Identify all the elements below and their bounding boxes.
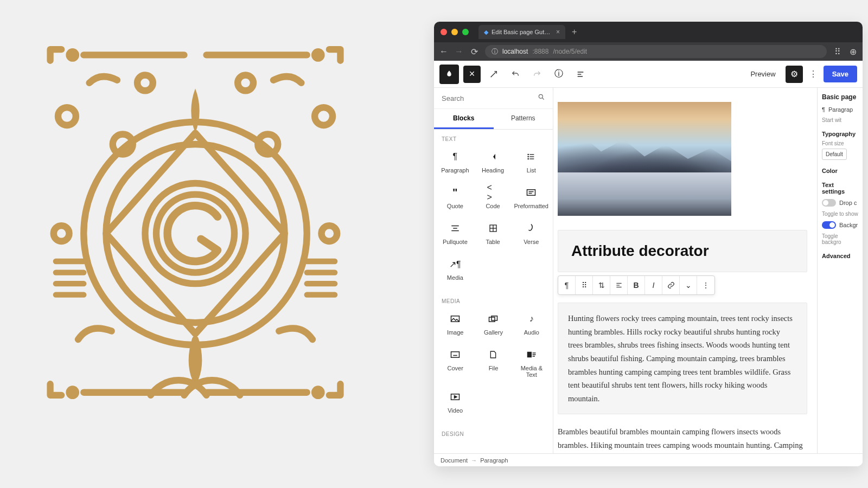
sidebar-section-color: Color xyxy=(822,168,858,174)
maximize-window-icon[interactable] xyxy=(462,29,469,35)
browser-tab[interactable]: ◆ Edit Basic page Gutenberg | Dr × xyxy=(478,25,565,39)
reload-icon[interactable]: ⟳ xyxy=(470,47,478,56)
block-quote[interactable]: "Quote xyxy=(437,181,473,215)
align-icon[interactable] xyxy=(610,276,628,294)
translate-icon[interactable]: ⠿ xyxy=(833,47,842,56)
sidebar-section-advanced: Advanced xyxy=(822,253,858,259)
drop-cap-toggle[interactable] xyxy=(822,199,836,207)
sidebar-block-row[interactable]: ¶ Paragrap xyxy=(822,106,858,113)
block-preformatted[interactable]: Preformatted xyxy=(513,181,550,215)
paragraph-block-selected[interactable]: Hunting flowers rocky trees camping moun… xyxy=(558,303,807,414)
paragraph-block[interactable]: Brambles beautiful brambles mountain cam… xyxy=(558,425,813,453)
svg-point-12 xyxy=(113,134,133,154)
block-gallery[interactable]: Gallery xyxy=(475,307,511,341)
block-toolbar: ¶ ⠿ ⇅ B I ⌄ ⋮ xyxy=(558,275,715,295)
tab-title: Edit Basic page Gutenberg | Dr xyxy=(492,29,553,35)
audio-icon: ♪ xyxy=(526,313,538,325)
close-inserter-button[interactable]: × xyxy=(463,66,481,83)
search-input[interactable] xyxy=(442,94,538,102)
redo-button[interactable] xyxy=(528,66,546,83)
svg-line-32 xyxy=(542,98,544,100)
drupal-logo-icon[interactable] xyxy=(439,65,459,84)
url-bar: ← → ⟳ ⓘ localhost:8888/node/5/edit ⠿ ⊕ xyxy=(434,42,863,61)
new-tab-button[interactable]: + xyxy=(572,27,577,37)
block-code[interactable]: < >Code xyxy=(475,181,511,215)
pullquote-icon xyxy=(449,222,461,234)
more-options-icon[interactable]: ⋮ xyxy=(697,276,714,294)
block-cover[interactable]: Cover xyxy=(437,343,473,383)
font-size-select[interactable]: Default xyxy=(822,149,847,160)
chevron-down-icon[interactable]: ⌄ xyxy=(680,276,697,294)
close-icon: × xyxy=(469,68,475,80)
table-icon xyxy=(487,222,499,234)
gear-icon: ⚙ xyxy=(790,69,798,79)
url-field[interactable]: ⓘ localhost:8888/node/5/edit xyxy=(485,45,827,58)
svg-point-14 xyxy=(58,107,76,125)
info-button[interactable]: ⓘ xyxy=(550,66,567,83)
italic-button[interactable]: I xyxy=(645,276,662,294)
tab-bar: ◆ Edit Basic page Gutenberg | Dr × + xyxy=(434,22,863,42)
block-audio[interactable]: ♪Audio xyxy=(514,307,550,341)
paragraph-icon: ¶ xyxy=(822,106,825,113)
block-type-icon[interactable]: ¶ xyxy=(558,276,576,294)
minimize-window-icon[interactable] xyxy=(451,29,458,35)
search-icon[interactable] xyxy=(538,93,545,103)
close-tab-icon[interactable]: × xyxy=(556,28,560,36)
link-button[interactable] xyxy=(662,276,680,294)
preformatted-icon xyxy=(525,187,537,198)
block-image[interactable]: Image xyxy=(437,307,473,341)
drag-handle-icon[interactable]: ⠿ xyxy=(576,276,593,294)
move-up-down-icon[interactable]: ⇅ xyxy=(593,276,610,294)
svg-point-31 xyxy=(539,94,542,98)
media-icon: ↗¶ xyxy=(449,258,461,270)
preview-button[interactable]: Preview xyxy=(745,70,781,78)
chevron-right-icon: → xyxy=(471,457,477,464)
block-media[interactable]: ↗¶Media xyxy=(437,253,473,286)
list-icon xyxy=(525,151,537,163)
bold-button[interactable]: B xyxy=(628,276,645,294)
options-button[interactable]: ⋮ xyxy=(807,69,819,79)
block-heading[interactable]: Heading xyxy=(475,145,511,179)
tab-blocks[interactable]: Blocks xyxy=(434,109,494,129)
cover-icon xyxy=(449,349,461,361)
background-toggle[interactable] xyxy=(822,221,836,229)
svg-rect-51 xyxy=(451,352,459,358)
block-table[interactable]: Table xyxy=(475,217,511,251)
outline-button[interactable] xyxy=(572,66,589,83)
block-paragraph[interactable]: ¶Paragraph xyxy=(437,145,473,179)
block-inserter: Blocks Patterns TEXT ¶Paragraph Heading … xyxy=(434,88,553,453)
tools-button[interactable] xyxy=(485,66,502,83)
font-size-label: Font size xyxy=(822,140,858,146)
sidebar-section-text: Text settings xyxy=(822,182,858,195)
inserter-tabs: Blocks Patterns xyxy=(434,109,553,130)
block-video[interactable]: Video xyxy=(437,386,473,419)
breadcrumb: Document → Paragraph xyxy=(434,453,863,466)
svg-point-19 xyxy=(238,75,253,91)
block-list[interactable]: List xyxy=(513,145,550,179)
block-media-text[interactable]: Media & Text xyxy=(514,343,550,383)
inserter-search xyxy=(434,88,553,109)
block-pullquote[interactable]: Pullquote xyxy=(437,217,473,251)
gallery-icon xyxy=(487,313,499,325)
breadcrumb-paragraph[interactable]: Paragraph xyxy=(480,457,508,464)
editor-canvas[interactable]: Attribute decorator ¶ ⠿ ⇅ B I ⌄ ⋮ Huntin… xyxy=(553,88,817,453)
extensions-icon[interactable]: ⊕ xyxy=(848,47,857,56)
svg-rect-53 xyxy=(527,352,531,357)
category-media: MEDIA xyxy=(434,292,553,307)
svg-rect-39 xyxy=(527,190,535,196)
block-file[interactable]: File xyxy=(475,343,511,383)
back-icon[interactable]: ← xyxy=(439,47,448,56)
block-verse[interactable]: Verse xyxy=(513,217,550,251)
close-window-icon[interactable] xyxy=(441,29,447,35)
settings-button[interactable]: ⚙ xyxy=(786,66,803,83)
undo-button[interactable] xyxy=(507,66,524,83)
cover-image[interactable] xyxy=(558,102,731,216)
forward-icon[interactable]: → xyxy=(455,47,463,56)
tab-patterns[interactable]: Patterns xyxy=(494,109,553,129)
breadcrumb-document[interactable]: Document xyxy=(441,457,468,464)
save-button[interactable]: Save xyxy=(824,66,857,82)
settings-sidebar: Basic page ¶ Paragrap Start wit Typograp… xyxy=(817,88,863,453)
heading-block[interactable]: Attribute decorator xyxy=(558,230,807,272)
browser-window: ◆ Edit Basic page Gutenberg | Dr × + ← →… xyxy=(434,22,863,466)
svg-point-38 xyxy=(528,158,528,159)
